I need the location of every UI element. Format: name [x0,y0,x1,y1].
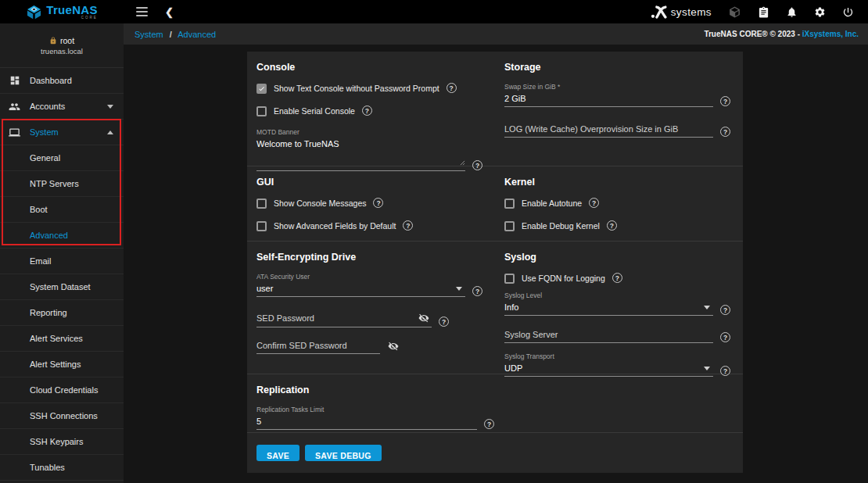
sed-section: Self-Encrypting Drive ATA Security User … [247,242,495,374]
checkbox-unchecked[interactable] [256,221,267,231]
motd-banner-field: MOTD Banner Welcome to TrueNAS ? [256,128,482,171]
ixsystems-text: systems [671,6,712,18]
field-placeholder: Syslog Server [504,330,558,339]
main-content: Console Show Text Console without Passwo… [124,45,868,483]
help-icon[interactable]: ? [589,198,599,208]
checkbox-label: Show Text Console without Password Promp… [274,84,439,93]
sed-password-input[interactable]: SED Password [256,312,432,327]
copyright-prefix: TrueNAS CORE® © 2023 - [704,30,802,38]
help-icon[interactable]: ? [607,220,617,231]
row-console-storage: Console Show Text Console without Passwo… [247,52,743,166]
help-icon[interactable]: ? [447,83,457,93]
chevron-down-icon [456,287,462,291]
show-text-console-checkbox-row[interactable]: Show Text Console without Password Promp… [256,83,482,94]
checkbox-label: Enable Autotune [522,199,582,208]
computer-icon [8,126,21,139]
storage-section: Storage Swap Size in GiB * 2 GiB ? [495,52,743,166]
power-icon[interactable] [842,6,854,18]
checkbox-unchecked[interactable] [504,221,515,231]
visibility-off-icon[interactable] [418,313,430,324]
checkbox-unchecked[interactable] [256,106,267,116]
sidebar-item-advanced[interactable]: Advanced [0,223,124,249]
syslog-server-input[interactable]: Syslog Server [504,329,713,343]
sidebar-item-tunables[interactable]: Tunables [0,455,124,481]
ata-security-user-field: ATA Security User user ? [256,273,482,297]
checkbox-label: Use FQDN for Logging [522,274,605,283]
use-fqdn-checkbox-row[interactable]: Use FQDN for Logging ? [504,273,730,284]
field-value: UDP [504,363,522,373]
sidebar-item-label: SSH Connections [30,411,98,420]
visibility-off-icon[interactable] [387,341,400,352]
ixsystems-link[interactable]: iXsystems, Inc. [802,30,859,38]
motd-banner-textarea[interactable]: Welcome to TrueNAS [256,138,465,171]
checkbox-unchecked[interactable] [504,274,515,284]
help-icon[interactable]: ? [720,305,730,315]
confirm-sed-password-input[interactable]: Confirm SED Password [256,340,380,354]
checkbox-checked[interactable] [256,84,267,94]
save-debug-button[interactable]: SAVE DEBUG [305,445,382,461]
enable-debug-kernel-checkbox-row[interactable]: Enable Debug Kernel ? [504,220,730,231]
help-icon[interactable]: ? [484,419,494,429]
syslog-server-field: Syslog Server ? [504,329,730,343]
ix-mark-icon [651,5,669,19]
syslog-level-select[interactable]: Info [504,302,713,316]
help-icon[interactable]: ? [403,220,413,231]
help-icon[interactable]: ? [439,317,449,327]
help-icon[interactable]: ? [720,332,730,342]
truecommand-icon[interactable] [728,5,741,19]
sidebar-item-label: Reporting [30,308,67,317]
help-icon[interactable]: ? [612,273,622,283]
breadcrumb-advanced-link[interactable]: Advanced [178,30,216,39]
checkbox-unchecked[interactable] [256,199,267,209]
sidebar-item-boot[interactable]: Boot [0,197,124,223]
show-console-messages-checkbox-row[interactable]: Show Console Messages ? [256,198,482,209]
sidebar-item-dashboard[interactable]: Dashboard [0,68,124,94]
sidebar-item-ntp-servers[interactable]: NTP Servers [0,171,124,197]
sidebar-item-accounts[interactable]: Accounts [0,94,124,120]
log-overprovision-input[interactable]: LOG (Write Cache) Overprovision Size in … [504,123,713,138]
sidebar-item-system-dataset[interactable]: System Dataset [0,274,124,300]
sidebar-item-ssh-connections[interactable]: SSH Connections [0,403,124,429]
help-icon[interactable]: ? [362,106,372,116]
field-label: Replication Tasks Limit [256,406,730,413]
help-icon[interactable]: ? [720,96,730,106]
enable-serial-console-checkbox-row[interactable]: Enable Serial Console ? [256,106,482,116]
tasks-clipboard-icon[interactable] [758,6,769,18]
truenas-logo[interactable]: TrueNAS CORE [0,0,124,23]
collapse-chevron-icon[interactable]: ❮ [165,6,174,18]
swap-size-input[interactable]: 2 GiB [504,93,713,107]
sidebar: root truenas.local Dashboard Accounts Sy… [0,23,124,483]
chevron-down-icon [704,367,710,370]
replication-tasks-limit-input[interactable]: 5 [256,416,477,430]
save-button[interactable]: SAVE [256,445,299,461]
sidebar-item-label: System [30,127,59,137]
help-icon[interactable]: ? [472,286,482,296]
ata-security-user-select[interactable]: user [256,283,465,297]
menu-hamburger-icon[interactable] [136,7,148,16]
settings-gear-icon[interactable] [814,6,826,18]
sidebar-item-cloud-credentials[interactable]: Cloud Credentials [0,377,124,403]
truenas-advanced-page: TrueNAS CORE ❮ systems [0,0,868,483]
sidebar-item-reporting[interactable]: Reporting [0,300,124,326]
field-label: Syslog Level [504,292,730,299]
section-title: Storage [504,62,730,73]
show-advanced-fields-checkbox-row[interactable]: Show Advanced Fields by Default ? [256,220,482,231]
checkbox-unchecked[interactable] [504,199,515,209]
help-icon[interactable]: ? [720,127,730,137]
chevron-down-icon [704,306,710,309]
enable-autotune-checkbox-row[interactable]: Enable Autotune ? [504,198,730,209]
notifications-bell-icon[interactable] [786,6,798,18]
help-icon[interactable]: ? [373,198,383,208]
breadcrumb-system-link[interactable]: System [135,30,163,39]
sidebar-item-ssh-keypairs[interactable]: SSH Keypairs [0,429,124,455]
sidebar-item-alert-services[interactable]: Alert Services [0,326,124,352]
sidebar-item-label: Advanced [30,231,68,240]
advanced-settings-card: Console Show Text Console without Passwo… [247,52,743,473]
resize-handle-icon[interactable] [460,155,465,169]
sidebar-item-label: System Dataset [30,282,91,292]
sidebar-item-general[interactable]: General [0,145,124,171]
sidebar-item-email[interactable]: Email [0,249,124,274]
sidebar-item-system[interactable]: System [0,120,124,145]
sidebar-item-alert-settings[interactable]: Alert Settings [0,352,124,377]
dashboard-icon [8,74,21,88]
